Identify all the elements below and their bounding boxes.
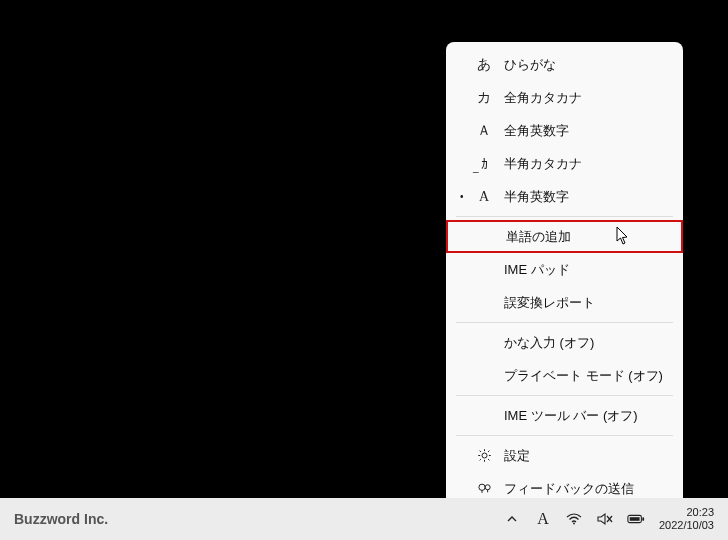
menu-item-alnum-full[interactable]: Ａ全角英数字 <box>446 114 683 147</box>
alnum-full-icon: Ａ <box>472 122 496 140</box>
svg-rect-5 <box>642 517 644 521</box>
taskbar: Buzzword Inc. A 20:23 2022/10/03 <box>0 498 728 540</box>
menu-divider <box>456 216 673 217</box>
menu-item-label: 全角英数字 <box>496 122 669 140</box>
menu-item-label: フィードバックの送信 <box>496 480 669 498</box>
svg-point-0 <box>478 484 484 490</box>
svg-rect-4 <box>630 517 640 521</box>
volume-muted-icon[interactable] <box>596 510 614 528</box>
hiragana-icon: あ <box>472 56 496 74</box>
menu-item-label: 半角カタカナ <box>496 155 669 173</box>
menu-item-label: 誤変換レポート <box>496 294 669 312</box>
menu-item-label: プライベート モード (オフ) <box>496 367 669 385</box>
menu-item-kana-input[interactable]: かな入力 (オフ) <box>446 326 683 359</box>
ime-context-menu: あひらがなカ全角カタカナＡ全角英数字_ｶ半角カタカナ•A半角英数字単語の追加IM… <box>446 42 683 511</box>
menu-item-ime-toolbar[interactable]: IME ツール バー (オフ) <box>446 399 683 432</box>
taskbar-datetime[interactable]: 20:23 2022/10/03 <box>659 506 714 532</box>
feedback-icon <box>472 481 496 496</box>
alnum-half-icon: A <box>472 189 496 205</box>
wifi-icon[interactable] <box>565 510 583 528</box>
taskbar-date: 2022/10/03 <box>659 519 714 532</box>
menu-item-settings[interactable]: 設定 <box>446 439 683 472</box>
menu-item-label: 単語の追加 <box>498 228 667 246</box>
gear-icon <box>472 448 496 463</box>
menu-item-katakana-full[interactable]: カ全角カタカナ <box>446 81 683 114</box>
menu-item-katakana-half[interactable]: _ｶ半角カタカナ <box>446 147 683 180</box>
menu-divider <box>456 322 673 323</box>
menu-item-label: 設定 <box>496 447 669 465</box>
svg-point-2 <box>573 523 575 525</box>
menu-item-hiragana[interactable]: あひらがな <box>446 48 683 81</box>
katakana-half-icon: _ｶ <box>472 156 496 172</box>
battery-icon[interactable] <box>627 510 645 528</box>
menu-item-alnum-half[interactable]: •A半角英数字 <box>446 180 683 213</box>
menu-item-label: 半角英数字 <box>496 188 669 206</box>
svg-point-1 <box>485 485 490 490</box>
menu-item-private-mode[interactable]: プライベート モード (オフ) <box>446 359 683 392</box>
ime-mode-indicator[interactable]: A <box>534 510 552 528</box>
system-tray: A <box>503 510 645 528</box>
menu-divider <box>456 395 673 396</box>
menu-item-label: 全角カタカナ <box>496 89 669 107</box>
menu-divider <box>456 435 673 436</box>
taskbar-time: 20:23 <box>659 506 714 519</box>
menu-item-label: ひらがな <box>496 56 669 74</box>
menu-item-add-word[interactable]: 単語の追加 <box>446 220 683 253</box>
tray-chevron-up-icon[interactable] <box>503 510 521 528</box>
menu-item-label: かな入力 (オフ) <box>496 334 669 352</box>
menu-item-ime-pad[interactable]: IME パッド <box>446 253 683 286</box>
menu-item-label: IME パッド <box>496 261 669 279</box>
menu-item-misconversion-report[interactable]: 誤変換レポート <box>446 286 683 319</box>
katakana-full-icon: カ <box>472 89 496 107</box>
selected-indicator: • <box>460 191 472 202</box>
taskbar-brand: Buzzword Inc. <box>14 511 108 527</box>
menu-item-label: IME ツール バー (オフ) <box>496 407 669 425</box>
